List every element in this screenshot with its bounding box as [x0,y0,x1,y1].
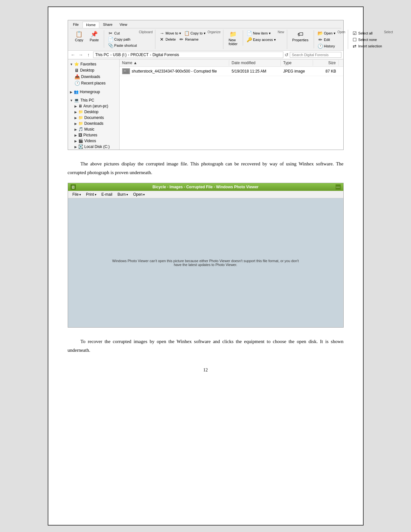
move-icon: → [159,31,164,36]
sidebar-item-arun[interactable]: ▶ 🖥 Arun (arun-pc) [68,103,119,109]
music-arrow: ▶ [74,128,77,131]
sidebar-item-desktop2[interactable]: ▶ 📁 Desktop [68,109,119,115]
new-folder-icon: 📁 [229,30,237,38]
up-button[interactable]: ↑ [85,52,92,58]
new-folder-button[interactable]: 📁 Newfolder [226,30,240,46]
menu-email[interactable]: E-mail [99,192,115,197]
easy-access-icon: 🔑 [247,37,252,42]
copy-button[interactable]: 📋 Copy [73,30,86,43]
select-none-button[interactable]: ☐ Select none [351,37,383,43]
page-number: 12 [68,368,344,373]
edit-icon: ✏ [318,37,323,42]
file-list: Name ▲ Date modified Type Size [120,59,343,150]
paste-button[interactable]: 📌 Paste [87,30,101,43]
file-size-cell: 87 KB [313,68,339,74]
sidebar-item-desktop[interactable]: 🖥 Desktop [68,67,119,74]
body-paragraph-2: To recover the corrupted images by open … [68,337,344,355]
sidebar: ▼ ⭐ Favorites 🖥 Desktop 📥 Downloads 🕐 Re… [68,59,120,150]
open-arrow-icon: ▾ [143,193,145,196]
copy-path-icon: 📄 [108,37,113,42]
menu-file[interactable]: File ▾ [70,192,83,197]
open-label: Open [338,30,345,34]
open-icon: 📂 [318,31,323,36]
file-arrow-icon: ▾ [79,193,81,196]
favorites-header[interactable]: ▼ ⭐ Favorites [68,61,119,67]
copy-path-button[interactable]: 📄 Copy path [107,36,138,42]
sidebar-item-pictures[interactable]: ▶ 🖼 Pictures [68,132,119,138]
history-icon: 🕐 [318,44,323,49]
thispc-header[interactable]: ▼ 💻 This PC [68,97,119,103]
separator [104,30,104,48]
sidebar-item-localdisk[interactable]: ▶ 💽 Local Disk (C:) [68,144,119,150]
cut-icon: ✂ [108,31,113,36]
document-page: File Home Share View 📋 Copy [48,6,364,526]
homegroup-section: ▶ 👥 Homegroup [68,89,119,95]
homegroup-header[interactable]: ▶ 👥 Homegroup [68,89,119,95]
move-to-button[interactable]: → Move to ▾ [158,30,182,36]
desktop2-arrow: ▶ [74,110,77,114]
cut-button[interactable]: ✂ Cut [107,30,138,36]
menu-open[interactable]: Open ▾ [131,192,147,197]
paste-shortcut-button[interactable]: 📎 Paste shortcut [107,43,138,48]
new-item-button[interactable]: 📄 New item ▾ [246,30,277,36]
rename-icon: ✏ [179,37,184,42]
photo-error-message: Windows Photo Viewer can't open this pic… [109,256,302,270]
sidebar-item-music[interactable]: ▶ 🎵 Music [68,126,119,132]
col-type[interactable]: Type [281,60,313,66]
separator3 [314,30,314,48]
rename-button[interactable]: ✏ Rename [178,36,200,42]
sidebar-item-downloads[interactable]: 📥 Downloads [68,74,119,80]
organize-label: Organize [208,30,221,34]
photo-viewer-titlebar: 🖼 Bicycle - Images - Corrupted File - Wi… [68,183,343,191]
photo-viewer-menu: File ▾ Print ▾ E-mail Burn ▾ Open ▾ [68,191,343,198]
videos-arrow: ▶ [74,139,77,143]
arun-icon: 🖥 [78,104,82,108]
file-name-cell: shutterstock_442334347-900x500 - Corrupt… [120,68,229,75]
tab-home[interactable]: Home [83,22,99,28]
sidebar-item-documents[interactable]: ▶ 📁 Documents [68,115,119,121]
search-input[interactable] [290,52,341,58]
sidebar-item-downloads2[interactable]: ▶ 📁 Downloads [68,121,119,126]
edit-button[interactable]: ✏ Edit [317,37,337,43]
new-label: New [278,30,284,34]
explorer-body: ▼ ⭐ Favorites 🖥 Desktop 📥 Downloads 🕐 Re… [68,59,343,150]
file-row[interactable]: shutterstock_442334347-900x500 - Corrupt… [120,67,343,76]
back-button[interactable]: ← [70,52,76,58]
sidebar-item-videos[interactable]: ▶ 🎬 Videos [68,138,119,144]
forward-button[interactable]: → [78,52,84,58]
ribbon-group-select: ☑ Select all ☐ Select none ⇄ Invert sele… [348,30,396,49]
refresh-button[interactable]: ↺ [285,52,289,57]
select-all-icon: ☑ [352,31,357,36]
paste-shortcut-icon: 📎 [108,43,113,48]
easy-access-button[interactable]: 🔑 Easy access ▾ [246,37,277,43]
thispc-icon: 💻 [74,98,79,103]
address-path[interactable]: This PC › USB (I:) › PROJECT › Digital F… [93,52,283,58]
ribbon-group-organize: → Move to ▾ 📋 Copy to ▾ ✕ Delete [155,30,223,49]
delete-button[interactable]: ✕ Delete [158,36,177,42]
sidebar-item-recent[interactable]: 🕐 Recent places [68,80,119,86]
new-item-icon: 📄 [247,31,252,36]
history-button[interactable]: 🕐 History [317,43,337,49]
open-button[interactable]: 📂 Open ▾ [317,30,337,36]
tab-share[interactable]: Share [100,22,116,28]
file-date-cell: 5/19/2018 11:25 AM [229,68,281,74]
copy-to-button[interactable]: 📋 Copy to ▾ [183,30,207,36]
copy-icon: 📋 [75,30,83,38]
invert-selection-button[interactable]: ⇄ Invert selection [351,43,383,49]
col-date[interactable]: Date modified [229,60,281,66]
col-name[interactable]: Name ▲ [120,60,229,66]
desktop2-icon: 📁 [78,110,83,114]
menu-burn[interactable]: Burn ▾ [115,192,131,197]
menu-print[interactable]: Print ▾ [83,192,99,197]
col-size[interactable]: Size [313,60,339,66]
properties-button[interactable]: 🏷 Properties [290,30,311,43]
separator2 [243,30,243,46]
properties-icon: 🏷 [297,30,304,38]
minimize-button[interactable]: — [336,184,341,190]
photo-viewer-body: Windows Photo Viewer can't open this pic… [68,198,343,327]
desktop-icon: 🖥 [74,68,79,73]
delete-icon: ✕ [159,37,164,42]
select-all-button[interactable]: ☑ Select all [351,30,383,36]
tab-view[interactable]: View [116,22,131,28]
tab-file[interactable]: File [70,22,82,28]
